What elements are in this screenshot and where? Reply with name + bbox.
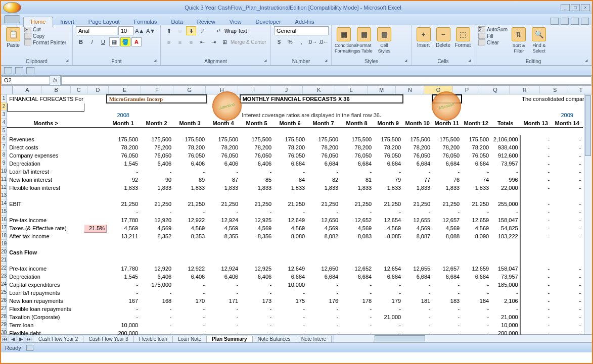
- cell[interactable]: 12,924: [207, 216, 240, 224]
- cell[interactable]: [273, 192, 307, 200]
- cell[interactable]: 8,080: [273, 232, 307, 240]
- cell[interactable]: Month 10: [403, 119, 432, 127]
- cell[interactable]: 21,250: [207, 200, 240, 208]
- cell[interactable]: 167: [107, 297, 140, 305]
- cell[interactable]: [307, 127, 340, 135]
- cell[interactable]: -: [520, 135, 552, 143]
- cell[interactable]: 12,659: [462, 265, 491, 273]
- cell[interactable]: 175,500: [307, 135, 340, 143]
- cell[interactable]: -: [273, 321, 307, 329]
- cell[interactable]: -: [207, 208, 240, 216]
- sort-filter-button[interactable]: ⇅Sort & Filter: [510, 26, 528, 54]
- vertical-scrollbar[interactable]: [584, 94, 592, 334]
- cell[interactable]: [67, 127, 84, 135]
- row-header[interactable]: 11: [1, 175, 7, 183]
- cell[interactable]: Taxes (& Effective rate): [8, 224, 84, 232]
- cell[interactable]: 4,569: [403, 224, 432, 232]
- cell[interactable]: [462, 248, 491, 256]
- cell[interactable]: 73,957: [491, 160, 520, 168]
- cell[interactable]: [84, 103, 107, 111]
- cell[interactable]: [67, 111, 84, 119]
- cell[interactable]: Month 8: [340, 119, 374, 127]
- column-header[interactable]: B: [42, 86, 70, 94]
- cell[interactable]: 12,654: [374, 265, 403, 273]
- cell[interactable]: 175,500: [340, 135, 374, 143]
- cell[interactable]: [273, 256, 307, 265]
- cell[interactable]: -: [340, 208, 374, 216]
- cell[interactable]: 17,780: [107, 265, 140, 273]
- cell[interactable]: [240, 103, 273, 111]
- cell[interactable]: 6,684: [340, 273, 374, 281]
- cell[interactable]: 76,050: [462, 151, 491, 160]
- cell[interactable]: MicroGranules Incorp: [107, 95, 207, 103]
- cell[interactable]: -: [552, 208, 583, 216]
- cell[interactable]: 6,684: [340, 160, 374, 168]
- cell[interactable]: FINANCIAL FORECASTS For:: [8, 95, 84, 103]
- cell[interactable]: 76,050: [432, 151, 462, 160]
- cell[interactable]: -: [491, 289, 520, 297]
- ribbon-close-button[interactable]: [581, 18, 589, 25]
- column-header[interactable]: L: [335, 86, 368, 94]
- cell[interactable]: -: [432, 281, 462, 289]
- cell[interactable]: 76,050: [273, 151, 307, 160]
- cell[interactable]: -: [520, 200, 552, 208]
- redo-icon[interactable]: [26, 67, 34, 74]
- cell[interactable]: [84, 265, 107, 273]
- cell[interactable]: [340, 103, 374, 111]
- cell[interactable]: -: [374, 289, 403, 297]
- cell[interactable]: 1,545: [107, 273, 140, 281]
- cell[interactable]: 87: [207, 176, 240, 184]
- cell[interactable]: -: [552, 321, 583, 329]
- cell[interactable]: [84, 329, 107, 337]
- clear-button[interactable]: Clear: [478, 39, 508, 45]
- cell[interactable]: 78,200: [173, 143, 207, 151]
- cell[interactable]: [8, 127, 38, 135]
- cell[interactable]: -: [462, 321, 491, 329]
- cell[interactable]: -: [374, 168, 403, 176]
- cell[interactable]: -: [240, 329, 273, 337]
- row-header[interactable]: 29: [1, 321, 7, 329]
- cell[interactable]: [552, 248, 583, 256]
- cell[interactable]: -: [403, 305, 432, 313]
- cell[interactable]: 10,000: [491, 321, 520, 329]
- row-header[interactable]: 16: [1, 216, 7, 224]
- cell[interactable]: [173, 240, 207, 248]
- cell[interactable]: EBIT: [8, 200, 84, 208]
- delete-cells-button[interactable]: −Delete: [434, 26, 452, 48]
- cell[interactable]: -: [520, 168, 552, 176]
- format-cells-button[interactable]: ⬚Format: [454, 26, 472, 48]
- cell[interactable]: [403, 95, 432, 103]
- cell[interactable]: 73,957: [491, 273, 520, 281]
- cell[interactable]: [273, 127, 307, 135]
- cell[interactable]: -: [520, 297, 552, 305]
- cell[interactable]: 175,500: [173, 135, 207, 143]
- cell[interactable]: 12,925: [240, 265, 273, 273]
- cell[interactable]: [240, 248, 273, 256]
- cell[interactable]: [307, 103, 340, 111]
- row-header[interactable]: 12: [1, 183, 7, 191]
- cell[interactable]: -: [520, 184, 552, 192]
- ribbon-tab-data[interactable]: Data: [164, 17, 190, 27]
- cell[interactable]: [491, 95, 520, 103]
- cell[interactable]: [84, 160, 107, 168]
- cell[interactable]: 21,250: [140, 200, 173, 208]
- cell[interactable]: -: [173, 289, 207, 297]
- column-header[interactable]: K: [303, 86, 335, 94]
- cell[interactable]: 4,569: [207, 224, 240, 232]
- ribbon-tab-developer[interactable]: Developer: [248, 17, 288, 27]
- cell[interactable]: [8, 240, 84, 248]
- cell[interactable]: [462, 95, 491, 103]
- row-header[interactable]: 8: [1, 151, 7, 159]
- cell[interactable]: -: [107, 208, 140, 216]
- cell[interactable]: [84, 184, 107, 192]
- cell[interactable]: [462, 256, 491, 265]
- cell[interactable]: 2009: [552, 111, 583, 119]
- cell[interactable]: -: [173, 305, 207, 313]
- cell[interactable]: Month 14: [552, 119, 583, 127]
- cell[interactable]: -: [140, 329, 173, 337]
- cell[interactable]: [107, 248, 140, 256]
- cell[interactable]: -: [520, 143, 552, 151]
- cell[interactable]: -: [462, 281, 491, 289]
- cell[interactable]: -: [340, 305, 374, 313]
- cell[interactable]: [140, 127, 173, 135]
